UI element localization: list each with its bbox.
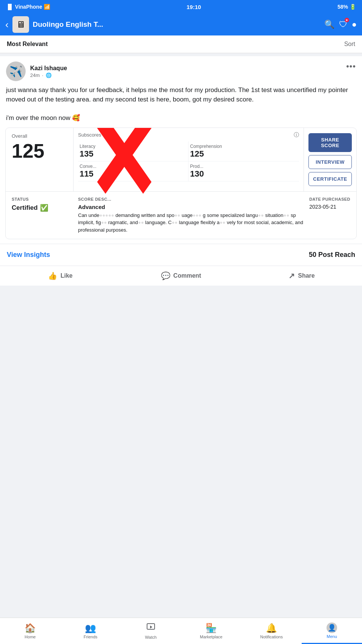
battery-info: 58% 🔋 — [337, 4, 356, 10]
author-info: Kazi Ishaque 24m · 🌐 — [30, 65, 67, 78]
like-button[interactable]: 👍 Like — [0, 266, 121, 286]
nav-friends-label: Friends — [84, 635, 98, 639]
date-column: DATE PURCHASED 2023-05-21 — [309, 197, 350, 234]
post-card: ✈️ Kazi Ishaque 24m · 🌐 ••• just wanna s… — [0, 56, 362, 286]
back-button[interactable]: ‹ — [5, 20, 9, 29]
subscore-conversation: Conve... 115 — [78, 161, 189, 181]
certificate-button[interactable]: CERTIFICATE — [308, 172, 352, 186]
search-icon[interactable]: 🔍 — [324, 20, 334, 29]
post-author: ✈️ Kazi Ishaque 24m · 🌐 — [6, 61, 67, 81]
watch-icon — [146, 622, 155, 634]
subscore-comprehension: Comprehension 125 — [189, 141, 299, 161]
score-card-top-row: Overall 125 Subscores ⓘ Literacy 135 Com… — [6, 128, 356, 191]
comment-button[interactable]: 💬 Comment — [121, 266, 241, 286]
carrier-info: ▐▌ VinaPhone 📶 — [6, 4, 50, 10]
nav-watch-label: Watch — [145, 635, 157, 639]
menu-avatar: 👤 — [327, 622, 337, 633]
certified-text: Certified — [12, 204, 38, 212]
carrier-name: VinaPhone — [15, 4, 42, 10]
action-bar: 👍 Like 💬 Comment ↗ Share — [0, 266, 362, 286]
nav-notifications[interactable]: 🔔 Notifications — [241, 618, 302, 644]
nav-home-label: Home — [25, 635, 35, 639]
post-more-button[interactable]: ••• — [346, 61, 356, 71]
post-time: 24m — [30, 72, 40, 78]
date-purchased-label: DATE PURCHASED — [309, 197, 350, 201]
score-desc-title: Advanced — [78, 204, 303, 210]
status-field-label: STATUS — [12, 197, 72, 201]
svg-marker-1 — [150, 626, 152, 629]
comment-icon: 💬 — [161, 271, 170, 280]
notifications-icon: 🔔 — [266, 623, 277, 633]
like-icon: 👍 — [48, 271, 57, 280]
battery-percent: 58% — [337, 4, 348, 10]
post-reach: 50 Post Reach — [309, 251, 355, 259]
friends-icon: 👥 — [85, 623, 96, 633]
interview-button[interactable]: INTERVIEW — [308, 155, 352, 169]
subscores-header: Subscores ⓘ — [78, 132, 299, 138]
marketplace-icon: 🏪 — [206, 623, 217, 633]
subscores-grid: Literacy 135 Comprehension 125 Conve... … — [78, 141, 299, 181]
post-text: just wanna say thank you for ur feedback… — [0, 84, 362, 128]
page-header: ‹ 🖥 Duolingo English T... 🔍 🛡 ★ ● — [0, 14, 362, 35]
comment-label: Comment — [173, 272, 201, 279]
more-dots-icon[interactable]: ● — [352, 20, 357, 29]
score-desc-label: SCORE DESC... — [78, 197, 303, 201]
author-name[interactable]: Kazi Ishaque — [30, 65, 67, 72]
shield-icon[interactable]: 🛡 ★ — [339, 20, 347, 29]
globe-icon: 🌐 — [46, 72, 52, 78]
insights-bar: View Insights 50 Post Reach — [0, 244, 362, 266]
shield-badge: ★ — [345, 18, 349, 22]
nav-marketplace-label: Marketplace — [200, 635, 222, 639]
subscores-label: Subscores — [78, 132, 101, 138]
post-header: ✈️ Kazi Ishaque 24m · 🌐 ••• — [0, 56, 362, 84]
score-status-section: STATUS Certified ✅ SCORE DESC... Advance… — [6, 191, 356, 239]
certified-badge: Certified ✅ — [12, 204, 72, 212]
separator: · — [42, 72, 43, 78]
nav-friends[interactable]: 👥 Friends — [60, 618, 121, 644]
nav-marketplace[interactable]: 🏪 Marketplace — [181, 618, 241, 644]
score-desc-text: Can unde●●●●● demanding written and spo●… — [78, 212, 303, 234]
battery-icon: 🔋 — [350, 4, 356, 10]
wifi-icon: 📶 — [44, 4, 50, 10]
view-insights-button[interactable]: View Insights — [7, 251, 50, 259]
nav-home[interactable]: 🏠 Home — [0, 618, 60, 644]
avatar-image: ✈️ — [9, 65, 23, 78]
header-actions: 🔍 🛡 ★ ● — [324, 20, 357, 29]
subscore-literacy: Literacy 135 — [78, 141, 189, 161]
overall-section: Overall 125 — [6, 128, 74, 191]
filter-bar: Most Relevant Sort — [0, 35, 362, 53]
share-button[interactable]: ↗ Share — [241, 266, 362, 286]
page-thumbnail: 🖥 — [16, 19, 25, 30]
filter-label: Most Relevant — [7, 41, 48, 48]
status-bar: ▐▌ VinaPhone 📶 19:10 58% 🔋 — [0, 0, 362, 14]
status-time: 19:10 — [187, 4, 201, 10]
nav-menu[interactable]: 👤 Menu — [302, 618, 362, 644]
nav-menu-label: Menu — [327, 634, 337, 639]
share-icon: ↗ — [288, 271, 295, 280]
score-card: Overall 125 Subscores ⓘ Literacy 135 Com… — [5, 128, 357, 240]
share-score-button[interactable]: SHARE SCORE — [308, 133, 352, 152]
like-label: Like — [60, 272, 72, 279]
nav-watch[interactable]: Watch — [121, 618, 181, 644]
page-icon: 🖥 — [12, 16, 29, 33]
avatar: ✈️ — [6, 61, 26, 81]
post-text-moon: i'm over the moon now 🥰 — [6, 114, 80, 121]
post-meta: 24m · 🌐 — [30, 72, 67, 78]
certified-check-icon: ✅ — [40, 204, 48, 212]
description-column: SCORE DESC... Advanced Can unde●●●●● dem… — [78, 197, 303, 234]
info-icon: ⓘ — [294, 132, 299, 138]
bottom-nav: 🏠 Home 👥 Friends Watch 🏪 Marketplace 🔔 N… — [0, 618, 362, 644]
sort-button[interactable]: Sort — [344, 41, 355, 48]
nav-notifications-label: Notifications — [260, 635, 283, 639]
subscores-section: Subscores ⓘ Literacy 135 Comprehension 1… — [74, 128, 304, 191]
overall-label: Overall — [12, 133, 67, 139]
subscore-production: Prod... 130 — [189, 161, 299, 181]
share-label: Share — [298, 272, 314, 279]
signal-icon: ▐▌ — [6, 4, 14, 10]
score-actions: SHARE SCORE INTERVIEW CERTIFICATE — [304, 128, 356, 191]
status-column: STATUS Certified ✅ — [12, 197, 72, 234]
home-icon: 🏠 — [25, 623, 36, 633]
post-text-content: just wanna say thank you for ur feedback… — [6, 86, 348, 103]
overall-score: 125 — [12, 141, 67, 161]
page-title: Duolingo English T... — [33, 20, 321, 29]
